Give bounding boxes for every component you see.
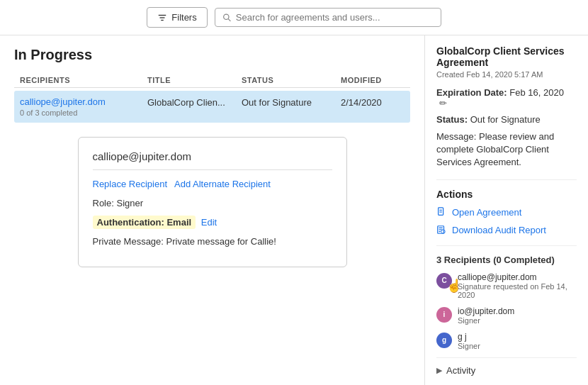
download-audit-action[interactable]: Download Audit Report — [436, 225, 577, 235]
auth-value: Email — [166, 217, 191, 228]
rp-title: GlobalCorp Client Services Agreement — [436, 45, 577, 68]
recipient-name-2: io@jupiter.dom — [458, 306, 514, 316]
recipient-info-1: calliope@jupiter.dom Signature requested… — [458, 272, 577, 299]
card-email: calliope@jupiter.dom — [93, 150, 332, 170]
rp-status-value: Out for Signature — [470, 114, 541, 125]
private-message-field: Private Message: Private message for Cal… — [93, 236, 332, 247]
open-agreement-action[interactable]: Open Agreement — [436, 207, 577, 218]
rp-expiration-label: Expiration Date: — [436, 87, 507, 98]
recipient-item-3: g g j Signer — [436, 332, 577, 350]
rp-expiration-value: Feb 16, 2020 — [509, 87, 564, 98]
private-value: Private message for Callie! — [166, 236, 276, 247]
add-alternate-link[interactable]: Add Alternate Recipient — [174, 179, 271, 189]
row-modified: 2/14/2020 — [341, 96, 405, 108]
row-status: Out for Signature — [242, 96, 341, 108]
recipients-section-title: 3 Recipients (0 Completed) — [436, 245, 577, 265]
role-value: Signer — [116, 198, 143, 208]
auth-highlight: Authentication: Email — [93, 216, 196, 229]
avatar-3: g — [436, 333, 452, 348]
recipient-sub-3: Signer — [458, 342, 480, 350]
chevron-right-icon: ▶ — [436, 366, 442, 375]
replace-recipient-link[interactable]: Replace Recipient — [93, 179, 168, 189]
rp-expiration-field: Expiration Date: Feb 16, 2020 ✏ — [436, 87, 577, 108]
row-title: GlobalCorp Clien... — [147, 96, 242, 108]
open-agreement-label: Open Agreement — [452, 207, 521, 218]
rp-actions-title: Actions — [436, 179, 577, 200]
search-icon — [222, 13, 232, 23]
recipient-completed: 0 of 3 completed — [20, 108, 147, 117]
role-label: Role: — [93, 198, 117, 208]
col-recipients: RECIPIENTS — [20, 76, 147, 84]
search-input[interactable] — [236, 12, 434, 23]
recipient-card: calliope@jupiter.dom Replace Recipient A… — [78, 137, 347, 267]
card-actions: Replace Recipient Add Alternate Recipien… — [93, 179, 332, 189]
filter-label: Filters — [171, 12, 196, 23]
recipient-info-3: g j Signer — [458, 332, 480, 350]
recipient-sub-2: Signer — [458, 316, 514, 325]
app-wrapper: Filters In Progress RECIPIENTS TITLE STA… — [0, 0, 588, 385]
col-title: TITLE — [147, 76, 242, 84]
col-modified: MODIFIED — [341, 76, 405, 84]
download-audit-label: Download Audit Report — [452, 225, 546, 235]
rp-created: Created Feb 14, 2020 5:17 AM — [436, 70, 577, 79]
recipient-item-1: C calliope@jupiter.dom Signature request… — [436, 272, 577, 299]
svg-line-4 — [228, 18, 230, 21]
rp-status-label: Status: — [436, 114, 468, 125]
svg-rect-5 — [439, 208, 443, 216]
activity-label: Activity — [446, 365, 475, 376]
content-area: In Progress RECIPIENTS TITLE STATUS MODI… — [0, 35, 588, 385]
recipient-cell: calliope@jupiter.dom 0 of 3 completed — [20, 96, 147, 117]
activity-row[interactable]: ▶ Activity — [436, 357, 577, 376]
toolbar: Filters — [0, 0, 588, 35]
private-label: Private Message: — [93, 236, 166, 247]
recipient-sub-1: Signature requested on Feb 14, 2020 — [458, 282, 577, 299]
table-header: RECIPIENTS TITLE STATUS MODIFIED — [14, 73, 410, 88]
recipient-email: calliope@jupiter.dom — [20, 96, 147, 107]
avatar-1: C — [436, 273, 452, 289]
recipient-item-2: i io@jupiter.dom Signer — [436, 306, 577, 325]
auth-field: Authentication: Email Edit — [93, 216, 332, 229]
recipient-info-2: io@jupiter.dom Signer — [458, 306, 514, 325]
table-row[interactable]: calliope@jupiter.dom 0 of 3 completed Gl… — [14, 91, 410, 123]
role-field: Role: Signer — [93, 198, 332, 208]
auth-edit-link[interactable]: Edit — [201, 217, 217, 228]
rp-message: Message: Please review and complete Glob… — [436, 130, 577, 169]
rp-message-label: Message: — [436, 131, 476, 142]
recipient-name-1: calliope@jupiter.dom — [458, 272, 577, 282]
edit-expiration-icon[interactable]: ✏ — [439, 98, 447, 108]
document-icon — [436, 207, 446, 217]
search-box[interactable] — [215, 8, 441, 27]
left-panel: In Progress RECIPIENTS TITLE STATUS MODI… — [0, 35, 425, 385]
filter-icon — [157, 13, 167, 23]
filter-button[interactable]: Filters — [147, 7, 207, 28]
svg-point-12 — [441, 230, 445, 233]
auth-label: Authentication: — [97, 217, 164, 228]
right-panel: GlobalCorp Client Services Agreement Cre… — [425, 35, 588, 385]
avatar-2: i — [436, 307, 452, 323]
rp-status-field: Status: Out for Signature — [436, 114, 577, 125]
recipient-name-3: g j — [458, 332, 480, 342]
section-title: In Progress — [14, 47, 410, 63]
audit-icon — [436, 225, 446, 235]
svg-point-3 — [223, 14, 228, 19]
col-status: STATUS — [242, 76, 341, 84]
